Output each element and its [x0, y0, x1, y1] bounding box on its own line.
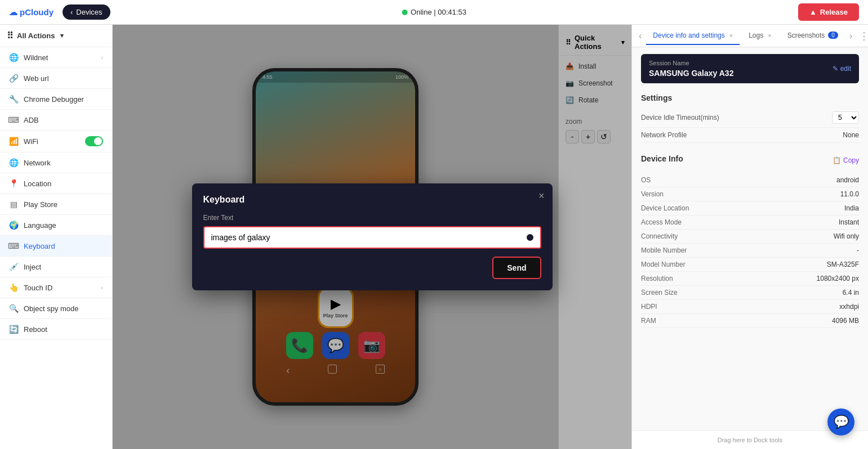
adb-icon: ⌨	[9, 115, 18, 124]
playstore-icon: ▤	[9, 200, 18, 209]
sidebar-item-language[interactable]: 🌍 Language	[0, 215, 112, 236]
sidebar-item-wifi[interactable]: 📶 WiFi	[0, 131, 112, 152]
sidebar: ⠿ All Actions ▾ 🌐 Wildnet › 🔗 Web url 🔧 …	[0, 25, 113, 449]
idle-timeout-select[interactable]: 5 10 15 30	[832, 111, 859, 124]
device-info-row: Mobile Number-	[641, 244, 859, 258]
device-info-row: Device LocationIndia	[641, 201, 859, 215]
weburl-icon: 🔗	[9, 74, 18, 83]
network-profile-label: Network Profile	[641, 131, 687, 139]
location-icon: 📍	[9, 179, 18, 188]
adb-label: ADB	[24, 116, 39, 124]
chat-bubble-button[interactable]: 💬	[827, 408, 854, 435]
tab-menu-icon[interactable]: ⋮	[857, 30, 868, 42]
wifi-toggle-switch[interactable]	[85, 136, 103, 146]
chat-icon: 💬	[834, 415, 849, 429]
main-layout: ⠿ All Actions ▾ 🌐 Wildnet › 🔗 Web url 🔧 …	[0, 25, 868, 449]
touchid-label: Touch ID	[24, 284, 52, 292]
sidebar-item-reboot[interactable]: 🔄 Reboot	[0, 319, 112, 340]
info-label: Resolution	[641, 275, 673, 282]
wildnet-arrow-icon: ›	[101, 54, 103, 61]
network-profile-value: None	[843, 131, 859, 139]
session-name-value: SAMSUNG Galaxy A32	[649, 69, 733, 78]
wildnet-icon: 🌐	[9, 53, 18, 62]
sidebar-header: ⠿ All Actions ▾	[0, 25, 112, 47]
sidebar-item-location[interactable]: 📍 Location	[0, 173, 112, 194]
back-arrow-icon: ‹	[70, 8, 73, 16]
sidebar-item-wildnet[interactable]: 🌐 Wildnet ›	[0, 47, 112, 68]
objectspy-label: Object spy mode	[24, 304, 79, 313]
session-name-label: Session Name	[649, 60, 733, 66]
online-dot-icon	[402, 10, 407, 15]
tab-nav-forward[interactable]: ›	[847, 31, 854, 41]
playstore-label: Play Store	[24, 200, 57, 209]
device-info-row: Access ModeInstant	[641, 215, 859, 230]
info-label: Model Number	[641, 261, 686, 268]
all-actions-label: All Actions	[17, 32, 55, 40]
info-label: Access Mode	[641, 218, 682, 226]
copy-device-info-button[interactable]: 📋 Copy	[833, 156, 859, 164]
tab-nav-back[interactable]: ‹	[636, 31, 644, 41]
touchid-arrow-icon: ›	[101, 284, 103, 291]
keyboard-text-input[interactable]	[204, 227, 540, 248]
logo-cloud-icon: ☁	[9, 7, 17, 17]
tab-logs[interactable]: Logs ×	[742, 27, 778, 45]
edit-label: edit	[840, 65, 851, 73]
device-info-row: Resolution1080x2400 px	[641, 272, 859, 286]
send-button[interactable]: Send	[492, 257, 541, 279]
session-name-info: Session Name SAMSUNG Galaxy A32	[649, 60, 733, 78]
sidebar-item-network[interactable]: 🌐 Network	[0, 152, 112, 173]
release-button[interactable]: ▲ Release	[798, 3, 859, 21]
device-info-rows: OSandroidVersion11.0.0Device LocationInd…	[641, 173, 859, 328]
info-value: -	[857, 246, 859, 254]
dropdown-icon: ▾	[60, 32, 64, 39]
idle-timeout-label: Device Idle Timeout(mins)	[641, 114, 719, 122]
online-status: Online | 00:41:53	[402, 8, 466, 16]
wildnet-label: Wildnet	[24, 53, 48, 62]
dock-tools-bar: Drag here to Dock tools	[632, 430, 868, 449]
info-label: HDPI	[641, 303, 657, 311]
info-label: RAM	[641, 317, 656, 325]
info-value: Instant	[839, 218, 859, 226]
enter-text-label: Enter Text	[203, 214, 541, 222]
info-value: India	[844, 204, 859, 212]
grid-icon: ⠿	[7, 30, 14, 41]
device-info-row: Screen Size6.4 in	[641, 286, 859, 300]
sidebar-item-playstore[interactable]: ▤ Play Store	[0, 194, 112, 215]
info-value: xxhdpi	[839, 303, 859, 311]
sidebar-item-chrome[interactable]: 🔧 Chrome Debugger	[0, 89, 112, 110]
reboot-icon: 🔄	[9, 325, 18, 334]
sidebar-item-touchid[interactable]: 👆 Touch ID ›	[0, 277, 112, 298]
edit-session-button[interactable]: ✎ edit	[833, 65, 851, 73]
release-label: Release	[820, 8, 848, 16]
topbar: ☁ pCloudy ‹ Devices Online | 00:41:53 ▲ …	[0, 0, 868, 25]
device-info-section: Device Info 📋 Copy OSandroidVersion11.0.…	[641, 152, 859, 328]
sidebar-item-keyboard[interactable]: ⌨ Keyboard	[0, 236, 112, 257]
keyboard-icon: ⌨	[9, 241, 18, 250]
wifi-toggle[interactable]	[85, 136, 103, 146]
language-label: Language	[24, 221, 56, 230]
info-value: 6.4 in	[843, 289, 859, 297]
device-info-header: Device Info 📋 Copy	[641, 152, 859, 169]
device-info-row: RAM4096 MB	[641, 314, 859, 328]
logs-tab-close[interactable]: ×	[768, 32, 771, 39]
panel-content: Session Name SAMSUNG Galaxy A32 ✎ edit S…	[632, 47, 868, 430]
device-info-tab-close[interactable]: ×	[729, 32, 733, 39]
info-value: 1080x2400 px	[817, 275, 859, 282]
tab-screenshots[interactable]: Screenshots 0	[781, 27, 845, 45]
right-panel: ‹ Device info and settings × Logs × Scre…	[631, 25, 868, 449]
keyboard-label: Keyboard	[24, 242, 55, 250]
devices-button[interactable]: ‹ Devices	[63, 5, 110, 20]
edit-icon: ✎	[833, 65, 838, 73]
inject-label: Inject	[24, 263, 41, 271]
modal-close-button[interactable]: ×	[538, 190, 545, 202]
dock-tools-label: Drag here to Dock tools	[718, 437, 783, 443]
sidebar-item-objectspy[interactable]: 🔍 Object spy mode	[0, 298, 112, 319]
tab-device-info[interactable]: Device info and settings ×	[646, 27, 740, 45]
copy-label: Copy	[843, 156, 859, 164]
wifi-icon: 📶	[9, 137, 18, 146]
input-cursor-icon	[526, 233, 535, 242]
info-value: Wifi only	[834, 232, 859, 240]
sidebar-item-weburl[interactable]: 🔗 Web url	[0, 68, 112, 89]
sidebar-item-inject[interactable]: 💉 Inject	[0, 257, 112, 277]
sidebar-item-adb[interactable]: ⌨ ADB	[0, 110, 112, 131]
